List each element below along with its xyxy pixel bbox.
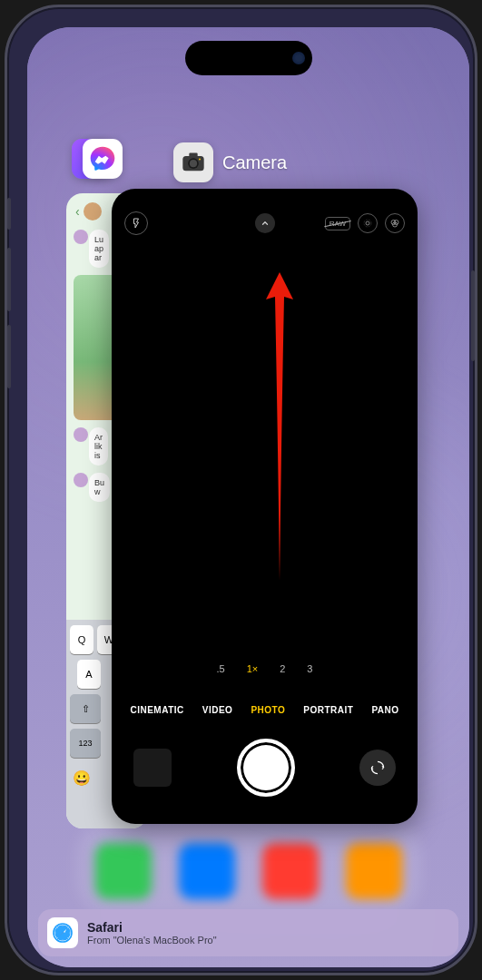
flash-icon [131, 218, 142, 229]
volume-down-button [7, 325, 11, 388]
shutter-button[interactable] [237, 739, 295, 797]
avatar [74, 427, 88, 442]
svg-rect-3 [189, 153, 197, 158]
zoom-level[interactable]: 3 [307, 663, 312, 674]
keyboard-key: Q [70, 625, 93, 654]
messenger-icon [89, 145, 116, 172]
back-chevron-icon: ‹ [75, 204, 80, 219]
message-bubble: Ar lik is [89, 427, 108, 466]
messenger-app-icon[interactable] [83, 139, 123, 179]
camera-card-header: Camera [173, 142, 287, 182]
camera-switch-button[interactable] [359, 750, 396, 786]
screen: ‹ Lu ap ar [27, 27, 469, 967]
message-bubble: Lu ap ar [89, 230, 109, 268]
zoom-level[interactable]: 2 [280, 663, 285, 674]
mode-pano[interactable]: PANO [371, 705, 398, 715]
avatar [84, 202, 102, 220]
number-key: 123 [70, 729, 101, 758]
chevron-up-icon [261, 219, 270, 228]
camera-app-icon[interactable] [173, 142, 213, 182]
svg-point-4 [199, 159, 201, 161]
handoff-banner[interactable]: Safari From "Olena's MacBook Pro" [38, 909, 458, 956]
zoom-level[interactable]: .5 [217, 663, 225, 674]
svg-point-2 [190, 160, 197, 167]
raw-toggle[interactable]: RAW [325, 217, 350, 230]
safari-app-icon [47, 917, 78, 948]
camera-options-chevron[interactable] [255, 213, 275, 233]
live-photo-icon [362, 218, 373, 229]
flash-button[interactable] [124, 211, 148, 235]
filters-button[interactable] [385, 213, 405, 233]
handoff-app-name: Safari [87, 920, 217, 935]
shift-key: ⇧ [70, 694, 101, 723]
volume-up-button [7, 248, 11, 311]
iphone-frame: ‹ Lu ap ar [5, 5, 477, 975]
avatar [74, 230, 88, 244]
safari-icon [51, 921, 74, 945]
camera-icon [181, 150, 206, 175]
dynamic-island [185, 41, 312, 75]
camera-switch-icon [369, 759, 387, 777]
mode-photo[interactable]: PHOTO [251, 705, 285, 715]
silent-switch [7, 198, 11, 230]
camera-bottom-controls [112, 739, 418, 797]
avatar [74, 473, 88, 487]
zoom-level-active[interactable]: 1× [247, 663, 259, 674]
filters-icon [389, 218, 400, 229]
camera-mode-selector[interactable]: CINEMATIC VIDEO PHOTO PORTRAIT PANO [112, 705, 418, 715]
keyboard-key: A [77, 660, 101, 689]
mode-cinematic[interactable]: CINEMATIC [130, 705, 183, 715]
handoff-source: From "Olena's MacBook Pro" [87, 935, 217, 946]
svg-point-6 [364, 220, 371, 227]
emoji-key: 😀 [70, 763, 93, 792]
camera-card-title: Camera [222, 152, 287, 173]
photo-library-thumbnail[interactable] [133, 749, 172, 787]
zoom-selector[interactable]: .5 1× 2 3 [112, 663, 418, 674]
swipe-up-annotation-arrow [257, 268, 302, 589]
live-photo-button[interactable] [358, 213, 378, 233]
svg-point-5 [366, 221, 369, 225]
message-bubble: Bu w [89, 473, 110, 502]
mode-video[interactable]: VIDEO [202, 705, 233, 715]
camera-top-controls: RAW [112, 211, 418, 235]
mode-portrait[interactable]: PORTRAIT [303, 705, 353, 715]
power-button [471, 270, 475, 361]
